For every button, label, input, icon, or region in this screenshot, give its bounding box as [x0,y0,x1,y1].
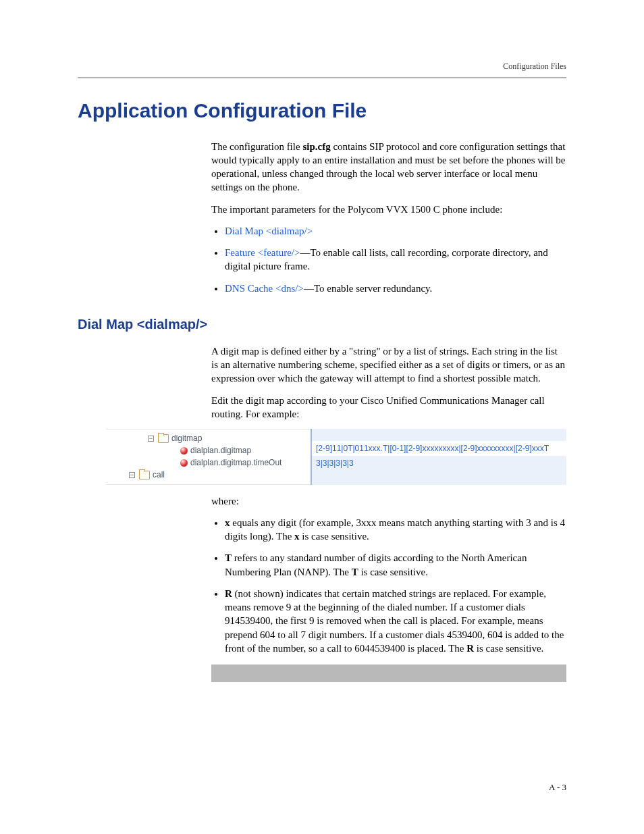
folder-icon [158,434,169,443]
value-row-spacer [312,429,566,441]
folder-icon [139,471,150,479]
term-r: R [225,588,232,599]
tree-node-dialplan-digitmap-timeout[interactable]: dialplan.digitmap.timeOut [190,457,281,468]
collapse-icon[interactable]: − [129,472,135,478]
text: is case sensitive. [358,567,428,577]
text: equals any digit (for example, 3xxx mean… [225,517,565,542]
text: is case sensitive. [474,643,543,654]
collapse-icon[interactable]: − [148,436,154,442]
attribute-icon [180,447,188,454]
term-r: R [466,643,474,654]
header-rule [78,77,566,78]
text: —To enable server redundancy. [304,283,432,294]
intro-paragraph-2: The important parameters for the Polycom… [211,203,566,216]
list-item: R (not shown) indicates that certain mat… [225,587,566,655]
text: is case sensitive. [300,531,369,542]
term-x: x [225,517,230,528]
intro-block: The configuration file sip.cfg contains … [211,140,566,295]
tree-pane: − digitmap dialplan.digitmap dialplan.di… [106,429,311,484]
section-title-dialmap: Dial Map <dialmap/> [78,315,566,334]
header-section-label: Configuration Files [78,61,566,77]
list-item: Feature <feature/>—To enable call lists,… [225,246,566,273]
where-list: x equals any digit (for example, 3xxx me… [211,516,566,655]
value-row-spacer [312,471,566,485]
list-item: Dial Map <dialmap/> [225,224,566,238]
term-t: T [225,552,232,563]
parameter-list: Dial Map <dialmap/> Feature <feature/>—T… [211,224,566,295]
tree-row: dialplan.digitmap [109,444,308,457]
where-block: where: x equals any digit (for example, … [211,494,566,683]
page-title: Application Configuration File [78,97,566,125]
tree-node-digitmap[interactable]: digitmap [171,433,202,444]
link-feature[interactable]: Feature <feature/> [225,247,300,258]
value-row-timeout[interactable]: 3|3|3|3|3|3 [312,456,566,471]
tree-row: − call [109,469,308,481]
text: means remove 9 at the beginning of the d… [225,602,525,626]
tree-row: dialplan.digitmap.timeOut [109,457,308,469]
value-pane: [2-9]11|0T|011xxx.T|[0-1][2-9]xxxxxxxxx|… [311,429,566,484]
where-label: where: [211,494,566,508]
text: (not shown) indicates that certain match… [232,588,546,599]
list-item: T refers to any standard number of digit… [225,551,566,579]
tree-node-call[interactable]: call [153,469,165,480]
tree-node-dialplan-digitmap[interactable]: dialplan.digitmap [190,445,251,456]
list-item: DNS Cache <dns/>—To enable server redund… [225,282,566,295]
list-item: x equals any digit (for example, 3xxx me… [225,516,566,544]
filename: sip.cfg [302,141,330,152]
page-number: A - 3 [549,781,566,793]
attribute-icon [180,459,188,467]
dialmap-paragraph-1: A digit map is defined either by a "stri… [211,344,566,386]
tree-row: − digitmap [109,432,308,444]
dialmap-body: A digit map is defined either by a "stri… [211,344,566,421]
link-dialmap[interactable]: Dial Map <dialmap/> [225,226,313,236]
text: The configuration file [211,141,302,152]
term-t: T [352,567,358,577]
intro-paragraph-1: The configuration file sip.cfg contains … [211,140,566,194]
value-row-digitmap[interactable]: [2-9]11|0T|011xxx.T|[0-1][2-9]xxxxxxxxx|… [312,441,566,456]
term-x: x [294,531,300,542]
redacted-bar [211,664,566,682]
config-editor-figure: − digitmap dialplan.digitmap dialplan.di… [106,429,566,484]
link-dnscache[interactable]: DNS Cache <dns/> [225,283,304,294]
dialmap-paragraph-2: Edit the digit map according to your Cis… [211,394,566,421]
